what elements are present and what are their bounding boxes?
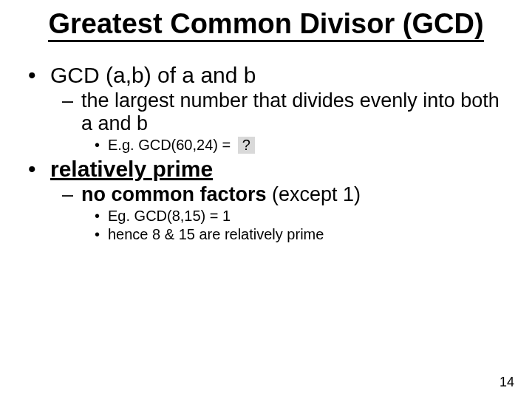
no-common-factors-suffix: (except 1) — [267, 183, 361, 205]
sub-largest-number-text: the largest number that divides evenly i… — [81, 89, 511, 135]
bullet-relatively-prime: • relatively prime — [28, 157, 511, 182]
bullet-dot-icon: • — [28, 63, 50, 88]
example-gcd-60-24-prefix: E.g. GCD(60,24) = — [108, 137, 235, 153]
dash-icon: – — [62, 89, 81, 112]
bullet-gcd-ab-text: GCD (a,b) of a and b — [50, 63, 256, 88]
example-gcd-8-15: • Eg. GCD(8,15) = 1 — [95, 208, 511, 225]
bullet-dot-icon: • — [95, 226, 108, 243]
no-common-factors-bold: no common factors — [81, 183, 267, 205]
sub-largest-number: – the largest number that divides evenly… — [62, 89, 511, 135]
answer-box: ? — [238, 137, 255, 154]
bullet-relatively-prime-text: relatively prime — [50, 157, 213, 182]
bullet-gcd-ab: • GCD (a,b) of a and b — [28, 63, 511, 88]
example-hence-rel-prime-text: hence 8 & 15 are relatively prime — [108, 226, 324, 243]
slide-title: Greatest Common Divisor (GCD) — [48, 9, 483, 42]
title-wrap: Greatest Common Divisor (GCD) — [21, 9, 511, 42]
page-number: 14 — [499, 375, 514, 390]
slide: Greatest Common Divisor (GCD) • GCD (a,b… — [0, 0, 532, 399]
example-gcd-8-15-text: Eg. GCD(8,15) = 1 — [108, 208, 231, 225]
sub-no-common-factors: – no common factors (except 1) — [62, 183, 511, 206]
example-hence-rel-prime: • hence 8 & 15 are relatively prime — [95, 226, 511, 243]
example-gcd-60-24: • E.g. GCD(60,24) = ? — [95, 137, 511, 154]
bullet-dot-icon: • — [28, 157, 50, 182]
sub-no-common-factors-content: no common factors (except 1) — [81, 183, 361, 206]
bullet-dot-icon: • — [95, 208, 108, 225]
dash-icon: – — [62, 183, 81, 206]
example-gcd-60-24-content: E.g. GCD(60,24) = ? — [108, 137, 255, 154]
bullet-dot-icon: • — [95, 137, 108, 154]
